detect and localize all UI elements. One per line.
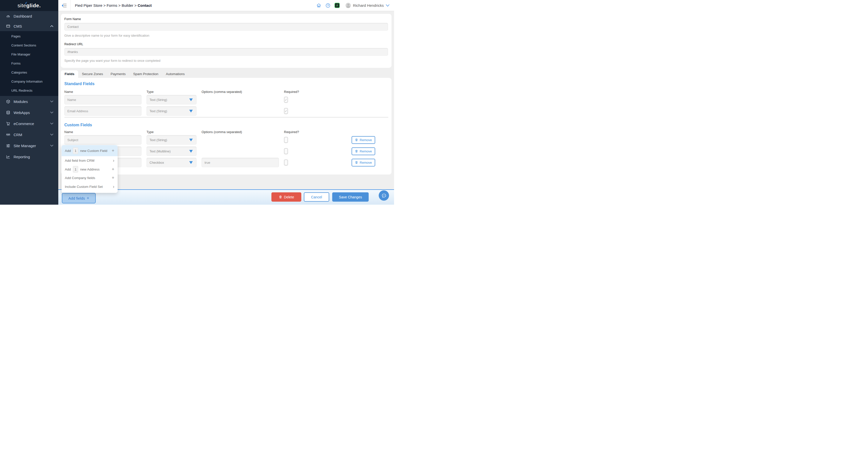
field-name-input[interactable] <box>64 106 142 116</box>
chevron-down-icon <box>50 144 53 147</box>
submenu-label: Pages <box>11 34 21 38</box>
redirect-url-label: Redirect URL <box>64 42 392 46</box>
form-settings-card: Form Name Give a descriptive name to you… <box>61 14 392 68</box>
dropdown-item-text: Add Company fields <box>65 176 95 180</box>
dropdown-item-add-address[interactable]: Add new Address + <box>62 165 118 174</box>
submenu-label: Forms <box>11 62 21 65</box>
dropdown-item-text: Include Custom Field Set <box>65 185 103 189</box>
chevron-right-icon: › <box>113 158 114 163</box>
remove-label: Remove <box>360 150 372 153</box>
plus-icon: + <box>112 148 114 154</box>
avatar[interactable] <box>345 3 351 8</box>
siteglide-logo[interactable]: siteglide. <box>0 0 58 11</box>
chat-bubble-button[interactable] <box>379 190 389 201</box>
field-type-select[interactable]: Checkbox <box>147 158 196 167</box>
form-name-input[interactable] <box>64 23 388 31</box>
plus-icon: + <box>87 196 89 201</box>
field-options-input[interactable] <box>202 158 279 167</box>
sidebar-item-label: eCommerce <box>13 122 34 126</box>
remove-field-button[interactable]: Remove <box>351 136 375 144</box>
sidebar-item-dashboard[interactable]: Dashboard <box>0 11 58 21</box>
chart-line-icon <box>6 155 10 159</box>
dropdown-item-add-custom-field[interactable]: Add new Custom Field + <box>62 145 118 156</box>
col-header-name: Name <box>64 130 142 134</box>
required-checkbox[interactable] <box>284 159 288 165</box>
collapse-sidebar-icon[interactable] <box>62 3 67 7</box>
submenu-label: Categories <box>11 70 27 74</box>
sidebar-item-label: Dashboard <box>13 14 32 18</box>
help-icon[interactable]: ? <box>326 3 331 8</box>
tab-automations[interactable]: Automations <box>162 70 188 78</box>
address-count-input[interactable] <box>73 166 78 172</box>
required-checkbox[interactable]: ✓ <box>284 97 288 103</box>
tab-spam-protection[interactable]: Spam Protection <box>129 70 162 78</box>
dropdown-arrow-icon <box>189 110 193 112</box>
form-tabs: Fields Secure Zones Payments Spam Protec… <box>61 70 188 78</box>
dropdown-arrow-icon <box>189 161 193 164</box>
dropdown-item-text: Add <box>65 167 71 171</box>
siteglide-app-icon[interactable] <box>335 3 340 8</box>
field-type-select[interactable]: Text (String) <box>147 135 196 144</box>
required-checkbox[interactable] <box>284 137 288 143</box>
sidebar-item-reporting[interactable]: Reporting <box>0 151 58 162</box>
user-menu[interactable]: Richard Hendricks <box>353 3 384 7</box>
sidebar-item-site-manager[interactable]: Site Manager <box>0 140 58 151</box>
standard-field-row: Text (String) ✓ <box>64 106 388 116</box>
sidebar-item-file-manager[interactable]: File Manager <box>0 50 58 59</box>
sidebar-item-label: CMS <box>13 24 22 28</box>
sidebar-item-ecommerce[interactable]: eCommerce <box>0 118 58 129</box>
tab-secure-zones[interactable]: Secure Zones <box>78 70 107 78</box>
breadcrumb-path: Pied Piper Store > Forms > Builder > <box>75 3 137 7</box>
sidebar-item-pages[interactable]: Pages <box>0 32 58 41</box>
field-type-select[interactable]: Text (String) <box>147 106 196 116</box>
sidebar-item-categories[interactable]: Categories <box>0 68 58 77</box>
sidebar-item-webapps[interactable]: WebApps <box>0 107 58 118</box>
field-type-select[interactable]: Text (Multiline) <box>147 147 196 156</box>
sidebar-item-url-redirects[interactable]: URL Redirects <box>0 86 58 95</box>
add-fields-dropdown: Add new Custom Field + Add field from CR… <box>62 145 118 193</box>
dropdown-item-include-custom-field-set[interactable]: Include Custom Field Set › <box>62 182 118 191</box>
form-name-help: Give a descriptive name to your form for… <box>64 34 392 37</box>
redirect-url-input[interactable] <box>64 48 388 56</box>
sidebar-item-company-information[interactable]: Company Information <box>0 77 58 86</box>
breadcrumb[interactable]: Pied Piper Store > Forms > Builder > Con… <box>75 3 152 7</box>
sidebar-item-modules[interactable]: Modules <box>0 96 58 107</box>
sidebar-item-forms[interactable]: Forms <box>0 59 58 68</box>
dropdown-item-add-field-from-crm[interactable]: Add field from CRM › <box>62 156 118 165</box>
cube-icon <box>6 99 10 104</box>
dropdown-item-add-company-fields[interactable]: Add Company fields + <box>62 174 118 182</box>
col-header-options: Options (comma separated) <box>202 130 279 134</box>
col-header-name: Name <box>64 90 142 94</box>
field-type-value: Text (String) <box>150 109 167 113</box>
home-icon[interactable] <box>316 3 321 8</box>
breadcrumb-current: Contact <box>138 3 152 7</box>
sidebar-item-content-sections[interactable]: Content Sections <box>0 41 58 50</box>
save-changes-button[interactable]: Save Changes <box>332 192 369 202</box>
tab-fields[interactable]: Fields <box>61 70 78 78</box>
custom-field-count-input[interactable] <box>73 148 78 154</box>
add-fields-label: Add fields <box>68 196 85 200</box>
add-fields-button[interactable]: Add fields + <box>62 193 96 203</box>
field-type-value: Text (String) <box>150 98 167 102</box>
sidebar-item-label: Reporting <box>13 155 30 159</box>
custom-fields-headers: Name Type Options (comma separated) Requ… <box>64 130 388 134</box>
required-checkbox[interactable] <box>284 148 288 154</box>
sidebar-item-crm[interactable]: CRM <box>0 129 58 140</box>
submenu-label: Company Information <box>11 79 42 84</box>
chevron-up-icon <box>50 25 53 27</box>
field-type-select[interactable]: Text (String) <box>147 95 196 104</box>
remove-field-button[interactable]: Remove <box>351 159 375 166</box>
field-name-input[interactable] <box>64 95 142 104</box>
submenu-label: File Manager <box>11 53 30 56</box>
dropdown-item-text: new Address <box>80 167 99 171</box>
delete-button[interactable]: Delete <box>271 192 301 202</box>
required-checkbox[interactable]: ✓ <box>284 108 288 114</box>
cancel-button[interactable]: Cancel <box>304 192 329 202</box>
sidebar-item-cms[interactable]: CMS <box>0 21 58 31</box>
tab-payments[interactable]: Payments <box>107 70 129 78</box>
dashboard-gauge-icon <box>6 14 10 18</box>
sidebar-item-label: CRM <box>13 133 22 137</box>
field-name-input[interactable] <box>64 135 142 144</box>
chevron-down-icon[interactable] <box>386 4 390 7</box>
remove-field-button[interactable]: Remove <box>351 148 375 155</box>
